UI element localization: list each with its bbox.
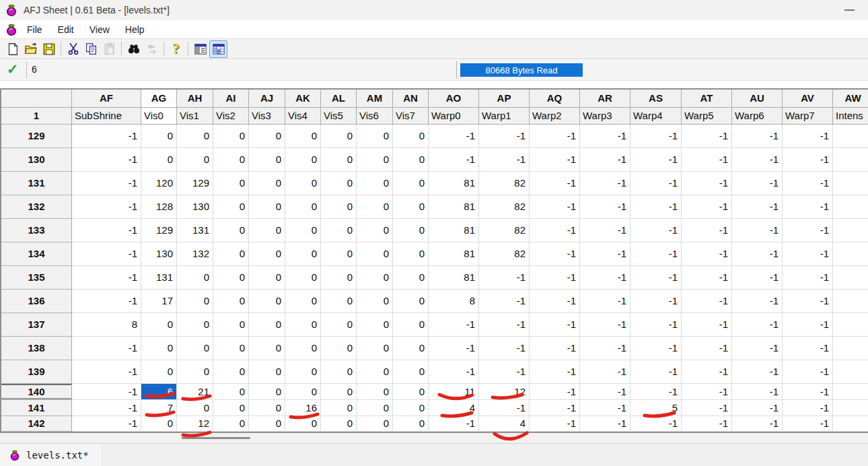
label-cell-AN[interactable]: Vis7 — [393, 108, 429, 125]
cell-AM139[interactable]: 0 — [357, 360, 393, 384]
cell-AM129[interactable]: 0 — [357, 125, 393, 148]
help-button[interactable]: ? — [167, 40, 185, 58]
cell-AH135[interactable]: 0 — [177, 266, 213, 290]
cell-AI140[interactable]: 0 — [213, 384, 249, 400]
cell-AO132[interactable]: 81 — [429, 195, 479, 219]
cell-AJ142[interactable]: 0 — [249, 416, 285, 432]
cell-AF129[interactable]: -1 — [72, 125, 141, 148]
cell-AW133[interactable] — [833, 219, 868, 242]
row-header-135[interactable]: 135 — [1, 266, 72, 290]
cell-AV142[interactable]: -1 — [783, 416, 833, 432]
cell-AJ140[interactable]: 0 — [249, 384, 285, 400]
cell-AG132[interactable]: 128 — [141, 195, 177, 219]
find-button[interactable] — [124, 40, 143, 58]
menu-view[interactable]: View — [83, 22, 116, 37]
cell-AR136[interactable]: -1 — [580, 290, 630, 313]
cell-AW131[interactable] — [833, 172, 868, 195]
cell-AN137[interactable]: 0 — [393, 313, 429, 337]
cell-AM141[interactable]: 0 — [357, 400, 393, 416]
cell-AO140[interactable]: 11 — [429, 384, 479, 400]
cell-AF137[interactable]: 8 — [72, 313, 141, 337]
cell-AQ133[interactable]: -1 — [530, 219, 580, 242]
cell-AK137[interactable]: 0 — [285, 313, 321, 337]
cell-AL129[interactable]: 0 — [321, 125, 357, 148]
cell-AO130[interactable]: -1 — [429, 148, 479, 172]
cell-AT131[interactable]: -1 — [682, 172, 732, 195]
cell-AL131[interactable]: 0 — [321, 172, 357, 195]
row-header-1[interactable]: 1 — [1, 108, 72, 125]
col-header-AN[interactable]: AN — [393, 90, 429, 108]
label-cell-AR[interactable]: Warp3 — [580, 108, 630, 125]
cell-AT135[interactable]: -1 — [682, 266, 732, 290]
cell-AK132[interactable]: 0 — [285, 195, 321, 219]
cell-AM136[interactable]: 0 — [357, 290, 393, 313]
cell-AO137[interactable]: -1 — [429, 313, 479, 337]
cell-AJ137[interactable]: 0 — [249, 313, 285, 337]
cell-AQ129[interactable]: -1 — [530, 125, 580, 148]
cell-AV134[interactable]: -1 — [783, 242, 833, 266]
cell-AL132[interactable]: 0 — [321, 195, 357, 219]
file-tab[interactable]: levels.txt* — [0, 444, 101, 466]
cell-AN135[interactable]: 0 — [393, 266, 429, 290]
cell-AN140[interactable]: 0 — [393, 384, 429, 400]
cell-AK138[interactable]: 0 — [285, 337, 321, 360]
cell-AG140[interactable]: 6 — [141, 384, 177, 400]
cell-AT138[interactable]: -1 — [682, 337, 732, 360]
open-button[interactable] — [22, 40, 40, 58]
cell-AV130[interactable]: -1 — [783, 148, 833, 172]
cut-button[interactable] — [64, 40, 82, 58]
cell-AW132[interactable] — [833, 195, 868, 219]
row-header-138[interactable]: 138 — [1, 337, 72, 360]
col-header-AS[interactable]: AS — [630, 90, 682, 108]
cell-AW142[interactable] — [833, 416, 868, 432]
cell-AP130[interactable]: -1 — [479, 148, 530, 172]
cell-AR131[interactable]: -1 — [580, 172, 630, 195]
cell-AP133[interactable]: 82 — [479, 219, 530, 242]
col-header-AQ[interactable]: AQ — [530, 90, 580, 108]
cell-AS132[interactable]: -1 — [630, 195, 682, 219]
cell-AG136[interactable]: 17 — [141, 290, 177, 313]
cell-AJ132[interactable]: 0 — [249, 195, 285, 219]
cell-AU134[interactable]: -1 — [732, 242, 783, 266]
cell-AN132[interactable]: 0 — [393, 195, 429, 219]
formula-input[interactable]: 6 — [32, 64, 37, 75]
cell-AO138[interactable]: -1 — [429, 337, 479, 360]
cell-AQ141[interactable]: -1 — [530, 400, 580, 416]
row-header-130[interactable]: 130 — [1, 148, 72, 172]
cell-AF135[interactable]: -1 — [72, 266, 141, 290]
cell-AS138[interactable]: -1 — [630, 337, 682, 360]
cell-AR133[interactable]: -1 — [580, 219, 630, 242]
cell-AF139[interactable]: -1 — [72, 360, 141, 384]
cell-AR132[interactable]: -1 — [580, 195, 630, 219]
cell-AO129[interactable]: -1 — [429, 125, 479, 148]
cell-AV141[interactable]: -1 — [783, 400, 833, 416]
col-header-AT[interactable]: AT — [682, 90, 732, 108]
cell-AL130[interactable]: 0 — [321, 148, 357, 172]
cell-AW140[interactable] — [833, 384, 868, 400]
cell-AG137[interactable]: 0 — [141, 313, 177, 337]
minimize-button[interactable] — [844, 9, 855, 11]
cell-AU136[interactable]: -1 — [732, 290, 783, 313]
cell-AH129[interactable]: 0 — [177, 125, 213, 148]
cell-AI132[interactable]: 0 — [213, 195, 249, 219]
label-cell-AS[interactable]: Warp4 — [630, 108, 682, 125]
cell-AS141[interactable]: 5 — [630, 400, 682, 416]
cell-AT129[interactable]: -1 — [682, 125, 732, 148]
row-header-129[interactable]: 129 — [1, 125, 72, 148]
cell-AQ140[interactable]: -1 — [530, 384, 580, 400]
cell-AF140[interactable]: -1 — [72, 384, 141, 400]
cell-AV136[interactable]: -1 — [783, 290, 833, 313]
cell-AL137[interactable]: 0 — [321, 313, 357, 337]
cell-AV135[interactable]: -1 — [783, 266, 833, 290]
cell-AH139[interactable]: 0 — [177, 360, 213, 384]
col-header-AU[interactable]: AU — [732, 90, 783, 108]
cell-AL140[interactable]: 0 — [321, 384, 357, 400]
cell-AI129[interactable]: 0 — [213, 125, 249, 148]
col-header-AP[interactable]: AP — [479, 90, 530, 108]
cell-AH136[interactable]: 0 — [177, 290, 213, 313]
col-header-AI[interactable]: AI — [213, 90, 249, 108]
cell-AG134[interactable]: 130 — [141, 242, 177, 266]
cell-AP141[interactable]: -1 — [479, 400, 530, 416]
cell-AV132[interactable]: -1 — [783, 195, 833, 219]
cell-AQ139[interactable]: -1 — [530, 360, 580, 384]
